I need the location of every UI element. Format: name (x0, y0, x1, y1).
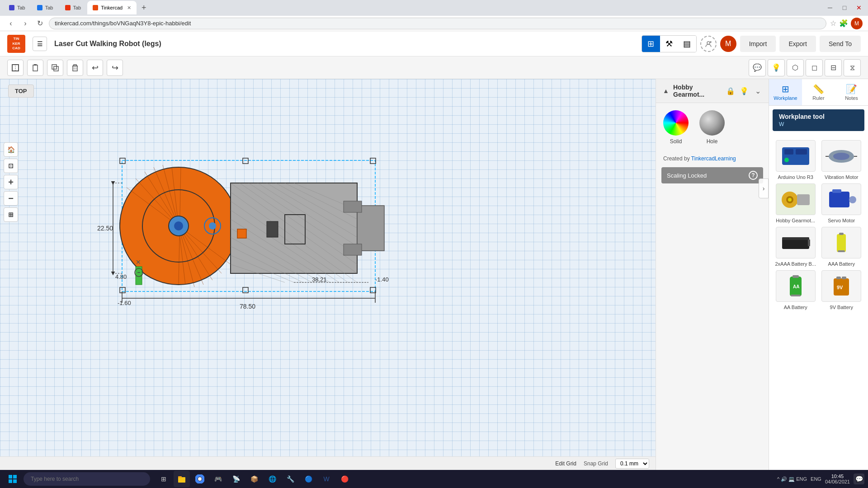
mirror-tool-btn[interactable]: ⧖ (844, 59, 861, 76)
layout-toggle-btn[interactable]: ☰ (33, 37, 47, 51)
panel-header-icons: 🔒 💡 (725, 85, 750, 96)
component-aa[interactable]: AA AA Battery (774, 270, 817, 310)
tab-2[interactable]: Tab (32, 1, 59, 14)
app-container: TIN KER CAD ☰ Laser Cut Walking Robot (l… (0, 31, 868, 470)
svg-rect-7 (52, 65, 57, 69)
taskbar-steam[interactable]: 🎮 (210, 471, 226, 487)
workplane-tooltip: Workplane tool W (773, 109, 864, 131)
tab-3[interactable]: Tab (60, 1, 87, 14)
layer-view-btn[interactable]: ⊞ (4, 207, 18, 222)
creator-link[interactable]: TinkercadLearning (691, 155, 736, 162)
taskbar-file-explorer[interactable] (174, 471, 190, 487)
svg-text:38.21: 38.21 (312, 276, 327, 283)
snap-grid-select[interactable]: 0.1 mm 0.5 mm 1 mm (615, 459, 649, 469)
component-9v[interactable]: 9V 9V Battery (821, 270, 863, 310)
component-aa-thumb: AA (776, 270, 816, 302)
canvas-area[interactable]: TOP 🏠 ⊡ + − ⊞ (0, 79, 656, 470)
start-button[interactable] (4, 470, 22, 488)
bookmark-icon[interactable]: ☆ (830, 19, 836, 28)
svg-rect-80 (796, 149, 807, 155)
tab-tinkercad[interactable]: Tinkercad ✕ (87, 1, 137, 14)
svg-rect-6 (34, 64, 37, 66)
layers-view-btn[interactable]: ▤ (678, 36, 696, 52)
tab-new[interactable]: + (137, 1, 150, 14)
forward-btn[interactable]: › (20, 18, 31, 29)
export-btn[interactable]: Export (779, 36, 816, 52)
svg-rect-105 (842, 277, 846, 279)
taskbar-chrome[interactable] (192, 471, 208, 487)
notification-icon[interactable]: 💬 (854, 474, 864, 484)
send-to-btn[interactable]: Send To (820, 36, 861, 52)
shape-tool-btn[interactable]: ⬡ (787, 59, 804, 76)
component-2xaaa[interactable]: 2xAAA Battery B... (774, 227, 817, 267)
import-btn[interactable]: Import (740, 36, 776, 52)
zoom-out-btn[interactable]: − (4, 191, 18, 206)
undo-btn[interactable]: ↩ (87, 60, 103, 76)
taskbar-word[interactable]: W (318, 471, 335, 487)
taskbar-search[interactable] (24, 472, 150, 486)
taskbar-icon6[interactable]: 📦 (246, 471, 262, 487)
address-bar[interactable] (49, 18, 826, 29)
tab-bar: Tab Tab Tab Tinkercad ✕ + ─ □ ✕ (0, 0, 868, 16)
component-9v-name: 9V Battery (830, 305, 853, 310)
taskbar-date: 04/06/2021 (825, 479, 850, 484)
taskbar-icon8[interactable]: 🔧 (282, 471, 298, 487)
edit-grid-label[interactable]: Edit Grid (555, 460, 576, 467)
tab-notes[interactable]: 📝 Notes (835, 79, 868, 105)
add-user-btn[interactable] (700, 36, 717, 52)
taskbar-icon7[interactable]: 🌐 (264, 471, 280, 487)
light-icon-btn[interactable]: 💡 (739, 85, 750, 96)
redo-btn[interactable]: ↪ (107, 60, 123, 76)
component-aaa[interactable]: AAA Battery (821, 227, 863, 267)
zoom-in-btn[interactable]: + (4, 175, 18, 189)
refresh-btn[interactable]: ↻ (34, 18, 45, 29)
taskbar-task-view[interactable]: ⊞ (156, 471, 172, 487)
user-avatar[interactable]: M (720, 36, 736, 52)
taskbar-icon9[interactable]: 🔵 (300, 471, 316, 487)
panel-arrow-btn[interactable]: › (759, 178, 769, 198)
fit-view-btn[interactable]: ⊡ (4, 159, 18, 173)
model-svg[interactable]: ↺ (90, 142, 407, 314)
tab-1[interactable]: Tab (4, 1, 31, 14)
duplicate-btn[interactable] (47, 60, 63, 76)
close-btn[interactable]: ✕ (854, 2, 864, 13)
align-tool-btn[interactable]: ⊟ (825, 59, 842, 76)
taskbar-icon5[interactable]: 📡 (228, 471, 244, 487)
grid-view-btn[interactable]: ⊞ (642, 36, 660, 52)
svg-rect-108 (13, 475, 17, 479)
solid-option[interactable]: Solid (663, 110, 689, 145)
new-shape-btn[interactable] (7, 60, 24, 76)
component-servo[interactable]: Servo Motor (821, 183, 863, 223)
taskbar-right: ^ 🔊 💻 ENG ENG 10:45 04/06/2021 💬 (777, 474, 864, 484)
tab-ruler[interactable]: 📏 Ruler (802, 79, 835, 105)
component-grid: Arduino Uno R3 Vibration Motor (769, 135, 868, 315)
component-arduino[interactable]: Arduino Uno R3 (774, 140, 817, 180)
light-tool-btn[interactable]: 💡 (768, 59, 785, 76)
select-tool-btn[interactable]: ◻ (806, 59, 823, 76)
expand-icon-btn[interactable]: ⌄ (752, 85, 763, 96)
back-btn[interactable]: ‹ (5, 18, 16, 29)
panel-tabs-top: ⊞ Workplane 📏 Ruler 📝 Notes (769, 79, 868, 106)
component-vibration[interactable]: Vibration Motor (821, 140, 863, 180)
profile-icon[interactable]: M (851, 18, 863, 29)
lock-icon-btn[interactable]: 🔒 (725, 85, 736, 96)
tab-workplane[interactable]: ⊞ Workplane (769, 79, 802, 105)
svg-rect-17 (370, 287, 376, 293)
comment-tool-btn[interactable]: 💬 (749, 59, 766, 76)
tinkercad-logo[interactable]: TIN KER CAD (7, 35, 25, 53)
component-gearmotor[interactable]: Hobby Gearmot... (774, 183, 817, 223)
minimize-btn[interactable]: ─ (825, 2, 835, 13)
taskbar-icon11[interactable]: 🔴 (336, 471, 353, 487)
hole-option[interactable]: Hole (699, 110, 725, 145)
scaling-locked-help-icon[interactable]: ? (749, 171, 758, 180)
svg-text:4.80: 4.80 (115, 273, 127, 280)
paste-btn[interactable] (27, 60, 43, 76)
extension-icon[interactable]: 🧩 (839, 19, 848, 28)
delete-btn[interactable] (67, 60, 83, 76)
restore-btn[interactable]: □ (839, 2, 850, 13)
hammer-view-btn[interactable]: ⚒ (660, 36, 678, 52)
svg-point-36 (209, 222, 216, 230)
created-by: Created by TinkercadLearning (656, 152, 769, 165)
home-view-btn[interactable]: 🏠 (4, 142, 18, 157)
panel-collapse-btn[interactable]: ▲ (661, 86, 670, 95)
